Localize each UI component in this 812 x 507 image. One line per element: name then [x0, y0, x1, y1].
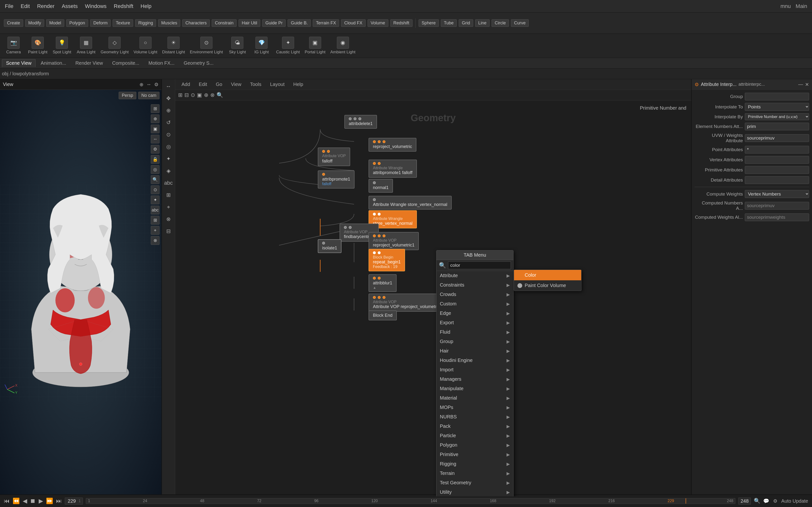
- tab-menu-item-test-geometry[interactable]: Test Geometry ▶: [437, 478, 513, 488]
- param-input-point-attributes[interactable]: [745, 146, 809, 154]
- no-cam-button[interactable]: No cam: [138, 92, 159, 99]
- auto-update-label[interactable]: Auto Update: [781, 498, 808, 504]
- tab-composite[interactable]: Composite...: [108, 59, 143, 67]
- sidebar-icon-8[interactable]: ◈: [163, 166, 174, 176]
- menu-render[interactable]: Render: [37, 3, 54, 9]
- vt-icon-2[interactable]: ⊕: [151, 114, 159, 123]
- light-environment[interactable]: ⊙ Environment Light: [190, 37, 223, 55]
- tab-menu-item-export[interactable]: Export ▶: [437, 318, 513, 327]
- tab-render-view[interactable]: Render View: [71, 59, 107, 67]
- tab-menu-item-pack[interactable]: Pack ▶: [437, 421, 513, 431]
- sidebar-icon-3[interactable]: ⊕: [163, 105, 174, 116]
- param-input-computed-weights[interactable]: [745, 213, 809, 221]
- sidebar-icon-11[interactable]: ⌖: [163, 202, 174, 213]
- sidebar-icon-12[interactable]: ⊗: [163, 214, 174, 225]
- ng-toolbar-icon-1[interactable]: ⊞: [178, 92, 183, 98]
- vt-icon-7[interactable]: ◎: [151, 165, 159, 174]
- sidebar-icon-7[interactable]: ✦: [163, 154, 174, 164]
- ng-menu-view[interactable]: View: [229, 81, 244, 88]
- node-repeat-begin1[interactable]: Block Begin repeat_begin1 Feedback : 19: [368, 249, 405, 271]
- vt-icon-9[interactable]: ⊙: [151, 185, 159, 194]
- sidebar-icon-9[interactable]: abc: [163, 178, 174, 188]
- tab-menu-item-hair[interactable]: Hair ▶: [437, 346, 513, 356]
- vt-icon-13[interactable]: ⌖: [151, 226, 159, 235]
- node-isolate1[interactable]: isolate1: [318, 239, 342, 253]
- light-geometry[interactable]: ◇ Geometry Light: [101, 37, 129, 55]
- tab-menu-item-utility[interactable]: Utility ▶: [437, 488, 513, 496]
- ng-toolbar-icon-5[interactable]: ⊕: [204, 92, 208, 98]
- param-input-vertex-attributes[interactable]: [745, 156, 809, 164]
- toolbar-muscles[interactable]: Muscles: [158, 19, 180, 27]
- toolbar-rigging[interactable]: Rigging: [135, 19, 156, 27]
- light-paint[interactable]: 🎨 Paint Light: [28, 37, 47, 55]
- tab-motion-fx[interactable]: Motion FX...: [144, 59, 179, 67]
- ng-toolbar-icon-6[interactable]: ⊗: [210, 92, 215, 98]
- toolbar-modify[interactable]: Modify: [25, 19, 44, 27]
- toolbar-guide-pr[interactable]: Guide Pr: [262, 19, 286, 27]
- toolbar-line[interactable]: Line: [475, 19, 490, 27]
- toolbar-redshift[interactable]: Redshift: [390, 19, 412, 27]
- right-panel-close[interactable]: ✕: [805, 81, 809, 88]
- node-block-end[interactable]: Block End: [368, 311, 397, 320]
- sidebar-icon-1[interactable]: ↔: [163, 81, 174, 92]
- node-set-creaseweight[interactable]: Attribute Wrangle attribpromote1 falloff: [368, 160, 417, 178]
- tab-scene-view[interactable]: Scene View: [2, 59, 36, 67]
- node-normal1[interactable]: Attribute Wrangle store_vertex_normal: [368, 196, 452, 210]
- timeline-current-frame[interactable]: 229: [67, 498, 77, 504]
- light-distant[interactable]: ☀ Distant Light: [162, 37, 185, 55]
- vt-icon-11[interactable]: abc: [151, 206, 159, 214]
- graph-canvas[interactable]: attribdelete1 reproject_volumetric Attri…: [175, 101, 691, 496]
- tab-geometry-s[interactable]: Geometry S...: [180, 59, 217, 67]
- node-reproject-volumetric2[interactable]: Attribute VOP Attribute VOP reproject_vo…: [368, 294, 447, 312]
- light-camera[interactable]: 📷 Camera: [4, 37, 23, 55]
- ng-menu-help[interactable]: Help: [291, 81, 306, 88]
- toolbar-deform[interactable]: Deform: [90, 19, 111, 27]
- sidebar-icon-4[interactable]: ↺: [163, 117, 174, 128]
- ng-toolbar-icon-2[interactable]: ⊟: [185, 92, 189, 98]
- tab-menu-item-particle[interactable]: Particle ▶: [437, 431, 513, 440]
- tab-menu-item-group[interactable]: Group ▶: [437, 337, 513, 346]
- timeline-skip-start[interactable]: ⏮: [4, 498, 10, 504]
- color-submenu-item-paint[interactable]: Paint Color Volume: [514, 280, 581, 291]
- right-panel-minimize[interactable]: —: [798, 81, 803, 88]
- menu-help[interactable]: Help: [141, 3, 152, 9]
- tab-animation[interactable]: Animation...: [37, 59, 70, 67]
- menu-edit[interactable]: Edit: [20, 3, 30, 9]
- light-spot[interactable]: 💡 Spot Light: [52, 37, 71, 55]
- light-ambient[interactable]: ◉ Ambient Light: [331, 37, 355, 55]
- tab-menu-item-houdini-engine[interactable]: Houdini Engine ▶: [437, 356, 513, 365]
- toolbar-guide-b[interactable]: Guide B.: [288, 19, 311, 27]
- tab-menu-item-import[interactable]: Import ▶: [437, 365, 513, 375]
- node-reproject-volumetric1[interactable]: Attribute VOP reproject_volumetric1: [368, 232, 419, 250]
- toolbar-constrain[interactable]: Constrain: [212, 19, 237, 27]
- node-falloff-vop[interactable]: Attribute VOP falloff: [318, 148, 350, 166]
- toolbar-curve[interactable]: Curve: [511, 19, 529, 27]
- vt-icon-12[interactable]: ⊞: [151, 216, 159, 225]
- ng-menu-add[interactable]: Add: [179, 81, 193, 88]
- toolbar-grid[interactable]: Grid: [459, 19, 473, 27]
- persp-button[interactable]: Persp: [119, 92, 136, 99]
- toolbar-characters[interactable]: Characters: [182, 19, 210, 27]
- tab-menu-item-nurbs[interactable]: NURBS ▶: [437, 412, 513, 421]
- view-tools-icon2[interactable]: ↔: [146, 81, 151, 87]
- toolbar-hair-util[interactable]: Hair Util: [239, 19, 260, 27]
- vt-icon-5[interactable]: ⚙: [151, 145, 159, 154]
- vt-icon-3[interactable]: ▣: [151, 125, 159, 133]
- tab-menu-item-managers[interactable]: Managers ▶: [437, 375, 513, 384]
- tab-menu-item-crowds[interactable]: Crowds ▶: [437, 290, 513, 299]
- menu-file[interactable]: File: [5, 3, 13, 9]
- toolbar-sphere[interactable]: Sphere: [418, 19, 439, 27]
- timeline-zoom-in[interactable]: 🔍: [754, 498, 760, 504]
- tab-menu-item-primitive[interactable]: Primitive ▶: [437, 450, 513, 459]
- tab-menu-item-rigging[interactable]: Rigging ▶: [437, 459, 513, 469]
- tab-menu-item-mops[interactable]: MOPs ▶: [437, 403, 513, 412]
- toolbar-volume[interactable]: Volume: [367, 19, 388, 27]
- param-input-computed-numbers[interactable]: [745, 202, 809, 210]
- param-input-primitive-attributes[interactable]: [745, 166, 809, 174]
- tab-menu-item-manipulate[interactable]: Manipulate ▶: [437, 384, 513, 393]
- vt-icon-14[interactable]: ⊗: [151, 236, 159, 245]
- tab-menu-item-custom[interactable]: Custom ▶: [437, 299, 513, 308]
- tab-menu-item-terrain[interactable]: Terrain ▶: [437, 469, 513, 478]
- light-caustic[interactable]: ✦ Caustic Light: [276, 37, 300, 55]
- toolbar-texture[interactable]: Texture: [113, 19, 133, 27]
